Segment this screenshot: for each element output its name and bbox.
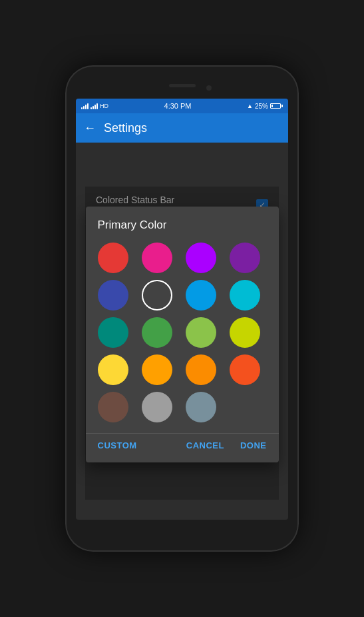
phone-speaker <box>169 84 196 87</box>
color-yellow-green[interactable] <box>230 317 260 348</box>
battery-icon <box>270 103 283 109</box>
dialog-overlay: Primary Color <box>85 187 279 500</box>
status-bar: HD 4:30 PM ▲ 25% <box>76 99 288 113</box>
custom-button[interactable]: CUSTOM <box>95 436 140 454</box>
phone-frame: HD 4:30 PM ▲ 25% ← Settings <box>67 67 297 550</box>
color-grey[interactable] <box>142 392 172 422</box>
battery-fill <box>272 105 273 107</box>
color-yellow[interactable] <box>98 354 128 385</box>
dialog-title: Primary Color <box>86 207 279 240</box>
color-cyan[interactable] <box>230 280 260 310</box>
color-red[interactable] <box>98 243 128 273</box>
status-left: HD <box>81 103 108 109</box>
phone-camera <box>206 85 212 91</box>
cancel-button[interactable]: CANCEL <box>184 436 227 454</box>
color-light-blue[interactable] <box>186 280 216 310</box>
battery-pct: 25% <box>255 103 268 110</box>
color-lime-green[interactable] <box>186 317 216 348</box>
app-bar-title: Settings <box>104 121 147 135</box>
color-grid <box>86 240 279 430</box>
color-amber[interactable] <box>142 354 172 385</box>
dialog-right-buttons: CANCEL DONE <box>184 436 270 454</box>
app-bar: ← Settings <box>76 113 288 143</box>
signal-bar-6 <box>92 106 94 109</box>
color-purple-mid[interactable] <box>186 243 216 273</box>
signal-bar-1 <box>81 107 83 109</box>
color-blue-selected[interactable] <box>142 280 172 310</box>
done-button[interactable]: DONE <box>238 436 270 454</box>
screen-content-area: Colored Status Bar Toggle status bar col… <box>76 143 288 520</box>
color-brown[interactable] <box>98 392 128 422</box>
network-type: HD <box>100 103 108 109</box>
color-pink[interactable] <box>142 243 172 273</box>
signal-bar-4 <box>87 103 89 109</box>
dialog-actions: CUSTOM CANCEL DONE <box>86 433 279 462</box>
color-teal[interactable] <box>98 317 128 348</box>
signal-bar-5 <box>91 107 92 109</box>
color-purple[interactable] <box>230 243 260 273</box>
status-right: ▲ 25% <box>247 103 283 110</box>
signal-bars-2 <box>91 103 98 109</box>
signal-bar-8 <box>96 103 98 109</box>
battery-tip <box>281 105 283 107</box>
status-time: 4:30 PM <box>164 102 192 110</box>
back-button[interactable]: ← <box>84 121 96 135</box>
signal-bar-3 <box>85 105 87 109</box>
color-blue-grey[interactable] <box>186 392 216 422</box>
signal-bars <box>81 103 89 109</box>
signal-bar-2 <box>83 106 85 109</box>
color-orange[interactable] <box>186 354 216 385</box>
color-indigo[interactable] <box>98 280 128 310</box>
signal-bar-7 <box>94 105 96 109</box>
color-deep-orange[interactable] <box>230 354 260 385</box>
primary-color-dialog: Primary Color <box>86 207 279 462</box>
wifi-icon: ▲ <box>247 103 253 109</box>
battery-body <box>270 103 281 109</box>
phone-bottom <box>76 520 288 538</box>
phone-screen: HD 4:30 PM ▲ 25% ← Settings <box>76 99 288 520</box>
phone-top-bar <box>76 79 288 97</box>
color-green[interactable] <box>142 317 172 348</box>
